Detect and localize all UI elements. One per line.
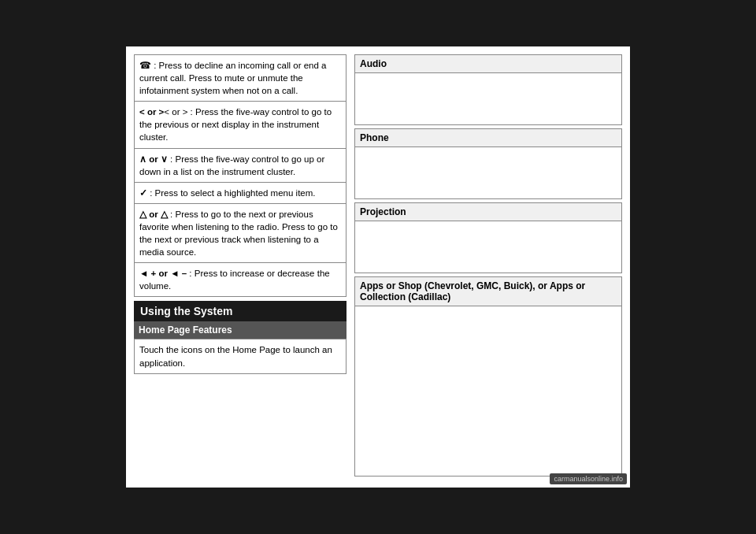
apps-title: Apps or Shop (Chevrolet, GMC, Buick), or… (354, 276, 622, 306)
block-select: ✓ : Press to select a highlighted menu i… (134, 182, 346, 204)
phone-content (354, 146, 622, 199)
audio-content (354, 72, 622, 125)
audio-section: Audio (354, 54, 622, 125)
apps-content (354, 306, 622, 477)
phone-title: Phone (354, 128, 622, 147)
home-page-features-heading: Home Page Features (134, 321, 346, 339)
audio-title: Audio (354, 54, 622, 73)
apps-section: Apps or Shop (Chevrolet, GMC, Buick), or… (354, 276, 622, 477)
home-page-body: Touch the icons on the Home Page to laun… (134, 339, 346, 373)
right-column: Audio Phone Projection Apps or Shop (Che… (354, 54, 622, 480)
block-prev-next: < or >< or > : Press the five-way contro… (134, 101, 346, 148)
projection-title: Projection (354, 202, 622, 221)
using-system-heading: Using the System (134, 301, 346, 321)
block-up-down: ∧ or ∨ : Press the five-way control to g… (134, 148, 346, 183)
projection-content (354, 221, 622, 273)
page-container: ☎ : Press to decline an incoming call or… (126, 46, 630, 488)
block-volume: ◄ + or ◄ – : Press to increase or decrea… (134, 262, 346, 297)
block-decline-call: ☎ : Press to decline an incoming call or… (134, 54, 346, 102)
left-column: ☎ : Press to decline an incoming call or… (134, 54, 346, 480)
block5-text: △ or △ : Press to go to the next or prev… (139, 210, 338, 257)
projection-section: Projection (354, 202, 622, 273)
phone-symbol: ☎ (139, 61, 151, 70)
block1-text: : Press to decline an incoming call or e… (139, 61, 326, 95)
block4-text: ✓ : Press to select a highlighted menu i… (139, 188, 316, 198)
block3-text: ∧ or ∨ : Press the five-way control to g… (139, 154, 324, 176)
block6-text: ◄ + or ◄ – : Press to increase or decrea… (139, 269, 330, 291)
watermark: carmanualsonline.info (550, 473, 627, 484)
phone-section: Phone (354, 128, 622, 199)
block-favorite: △ or △ : Press to go to the next or prev… (134, 203, 346, 263)
block2-text: < or >< or > : Press the five-way contro… (139, 107, 332, 142)
